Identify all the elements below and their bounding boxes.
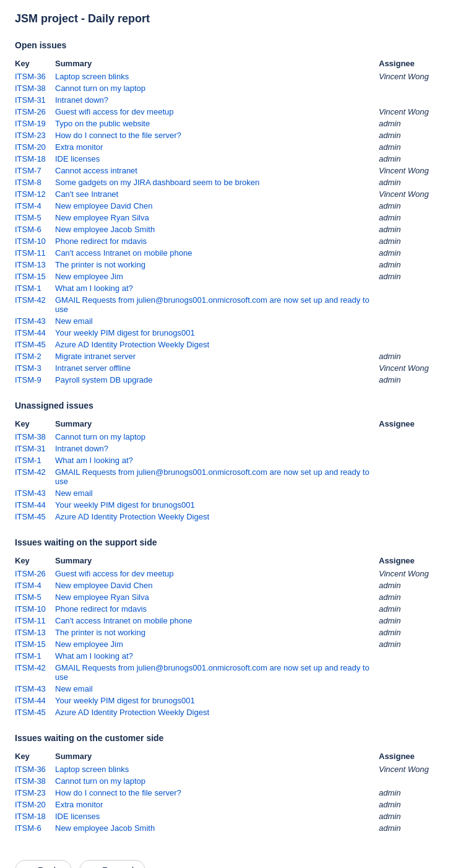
issue-summary[interactable]: GMAIL Requests from julien@brunogs001.on… [55, 294, 374, 315]
issue-key[interactable]: ITSM-31 [15, 94, 55, 106]
reply-button[interactable]: ↩ Reply [15, 860, 72, 868]
issue-summary[interactable]: Some gadgets on my JIRA dashboard seem t… [55, 176, 374, 188]
issue-summary[interactable]: Laptop screen blinks [55, 71, 374, 82]
issue-key[interactable]: ITSM-5 [15, 591, 55, 603]
issue-summary[interactable]: New employee Jim [55, 638, 374, 650]
issue-key[interactable]: ITSM-31 [15, 443, 55, 454]
issue-key[interactable]: ITSM-44 [15, 327, 55, 339]
issue-summary[interactable]: New email [55, 683, 374, 695]
issue-summary[interactable]: The printer is not working [55, 259, 374, 271]
issue-summary[interactable]: New employee David Chen [55, 200, 374, 212]
issue-summary[interactable]: Extra monitor [55, 799, 374, 810]
issue-key[interactable]: ITSM-18 [15, 810, 55, 822]
issue-key[interactable]: ITSM-6 [15, 224, 55, 235]
issue-key[interactable]: ITSM-43 [15, 487, 55, 499]
issue-key[interactable]: ITSM-1 [15, 282, 55, 294]
issue-key[interactable]: ITSM-11 [15, 247, 55, 259]
issue-key[interactable]: ITSM-13 [15, 627, 55, 638]
issue-key[interactable]: ITSM-23 [15, 787, 55, 799]
issue-summary[interactable]: Guest wifi access for dev meetup [55, 568, 374, 579]
issue-summary[interactable]: Guest wifi access for dev meetup [55, 106, 374, 118]
issue-summary[interactable]: New employee Ryan Silva [55, 212, 374, 224]
issue-key[interactable]: ITSM-26 [15, 568, 55, 579]
issue-key[interactable]: ITSM-1 [15, 650, 55, 662]
issue-key[interactable]: ITSM-18 [15, 153, 55, 165]
issue-summary[interactable]: Can't access Intranet on mobile phone [55, 615, 374, 627]
issue-key[interactable]: ITSM-23 [15, 129, 55, 141]
issue-summary[interactable]: New email [55, 315, 374, 327]
issue-key[interactable]: ITSM-7 [15, 165, 55, 176]
issue-key[interactable]: ITSM-38 [15, 775, 55, 787]
issue-key[interactable]: ITSM-10 [15, 235, 55, 247]
issue-key[interactable]: ITSM-6 [15, 822, 55, 834]
issue-key[interactable]: ITSM-44 [15, 499, 55, 511]
issue-key[interactable]: ITSM-38 [15, 82, 55, 94]
issue-summary[interactable]: Your weekly PIM digest for brunogs001 [55, 327, 374, 339]
issue-key[interactable]: ITSM-42 [15, 294, 55, 315]
issue-key[interactable]: ITSM-19 [15, 118, 55, 129]
issue-summary[interactable]: Can't see Intranet [55, 188, 374, 200]
issue-summary[interactable]: Your weekly PIM digest for brunogs001 [55, 499, 374, 511]
issue-summary[interactable]: New employee Jacob Smith [55, 822, 374, 834]
issue-key[interactable]: ITSM-20 [15, 141, 55, 153]
issue-summary[interactable]: New email [55, 487, 374, 499]
issue-key[interactable]: ITSM-15 [15, 638, 55, 650]
issue-summary[interactable]: Extra monitor [55, 141, 374, 153]
issue-summary[interactable]: How do I connect to the file server? [55, 129, 374, 141]
issue-key[interactable]: ITSM-42 [15, 662, 55, 683]
issue-key[interactable]: ITSM-1 [15, 454, 55, 466]
issue-key[interactable]: ITSM-42 [15, 466, 55, 487]
issue-key[interactable]: ITSM-11 [15, 615, 55, 627]
issue-summary[interactable]: IDE licenses [55, 810, 374, 822]
issue-key[interactable]: ITSM-9 [15, 374, 55, 386]
issue-summary[interactable]: Typo on the public website [55, 118, 374, 129]
issue-key[interactable]: ITSM-20 [15, 799, 55, 810]
forward-button[interactable]: ↪ Forward [79, 860, 145, 868]
issue-summary[interactable]: What am I looking at? [55, 650, 374, 662]
issue-summary[interactable]: How do I connect to the file server? [55, 787, 374, 799]
issue-key[interactable]: ITSM-45 [15, 339, 55, 350]
issue-key[interactable]: ITSM-12 [15, 188, 55, 200]
issue-summary[interactable]: The printer is not working [55, 627, 374, 638]
issue-key[interactable]: ITSM-2 [15, 350, 55, 362]
issue-summary[interactable]: Intranet server offline [55, 362, 374, 374]
issue-summary[interactable]: GMAIL Requests from julien@brunogs001.on… [55, 662, 374, 683]
issue-key[interactable]: ITSM-36 [15, 763, 55, 775]
issue-key[interactable]: ITSM-10 [15, 603, 55, 615]
issue-summary[interactable]: Migrate intranet server [55, 350, 374, 362]
issue-key[interactable]: ITSM-13 [15, 259, 55, 271]
issue-summary[interactable]: Azure AD Identity Protection Weekly Dige… [55, 511, 374, 523]
issue-summary[interactable]: Laptop screen blinks [55, 763, 374, 775]
issue-key[interactable]: ITSM-45 [15, 511, 55, 523]
issue-summary[interactable]: Cannot turn on my laptop [55, 82, 374, 94]
issue-summary[interactable]: What am I looking at? [55, 282, 374, 294]
issue-summary[interactable]: GMAIL Requests from julien@brunogs001.on… [55, 466, 374, 487]
issue-summary[interactable]: New employee David Chen [55, 579, 374, 591]
issue-key[interactable]: ITSM-8 [15, 176, 55, 188]
issue-summary[interactable]: Intranet down? [55, 94, 374, 106]
issue-key[interactable]: ITSM-43 [15, 315, 55, 327]
issue-key[interactable]: ITSM-15 [15, 271, 55, 282]
issue-key[interactable]: ITSM-5 [15, 212, 55, 224]
issue-key[interactable]: ITSM-45 [15, 706, 55, 718]
issue-summary[interactable]: Your weekly PIM digest for brunogs001 [55, 695, 374, 706]
issue-summary[interactable]: Cannot turn on my laptop [55, 431, 374, 443]
issue-key[interactable]: ITSM-26 [15, 106, 55, 118]
issue-summary[interactable]: Intranet down? [55, 443, 374, 454]
issue-key[interactable]: ITSM-44 [15, 695, 55, 706]
issue-key[interactable]: ITSM-43 [15, 683, 55, 695]
issue-summary[interactable]: Cannot turn on my laptop [55, 775, 374, 787]
issue-summary[interactable]: Cannot access intranet [55, 165, 374, 176]
issue-key[interactable]: ITSM-3 [15, 362, 55, 374]
issue-summary[interactable]: Can't access Intranet on mobile phone [55, 247, 374, 259]
issue-key[interactable]: ITSM-4 [15, 579, 55, 591]
issue-summary[interactable]: IDE licenses [55, 153, 374, 165]
issue-key[interactable]: ITSM-4 [15, 200, 55, 212]
issue-summary[interactable]: Phone redirect for mdavis [55, 235, 374, 247]
issue-summary[interactable]: Azure AD Identity Protection Weekly Dige… [55, 339, 374, 350]
issue-summary[interactable]: New employee Jacob Smith [55, 224, 374, 235]
issue-key[interactable]: ITSM-38 [15, 431, 55, 443]
issue-summary[interactable]: New employee Ryan Silva [55, 591, 374, 603]
issue-summary[interactable]: Payroll system DB upgrade [55, 374, 374, 386]
issue-summary[interactable]: Azure AD Identity Protection Weekly Dige… [55, 706, 374, 718]
